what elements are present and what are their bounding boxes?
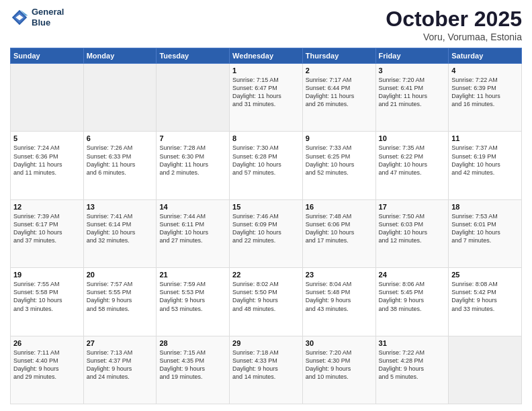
day-info: Sunrise: 7:30 AM Sunset: 6:28 PM Dayligh… xyxy=(232,144,300,177)
day-info: Sunrise: 7:44 AM Sunset: 6:11 PM Dayligh… xyxy=(159,212,226,245)
cell-w5-d5: 30Sunrise: 7:20 AM Sunset: 4:30 PM Dayli… xyxy=(302,336,375,404)
day-number: 5 xyxy=(13,134,81,142)
day-info: Sunrise: 7:55 AM Sunset: 5:58 PM Dayligh… xyxy=(13,280,81,313)
day-number: 23 xyxy=(306,271,373,279)
day-number: 6 xyxy=(87,134,154,142)
cell-w4-d3: 21Sunrise: 7:59 AM Sunset: 5:53 PM Dayli… xyxy=(157,268,230,336)
day-number: 24 xyxy=(379,271,446,279)
day-number: 3 xyxy=(379,66,446,75)
day-info: Sunrise: 7:20 AM Sunset: 4:30 PM Dayligh… xyxy=(306,349,373,381)
day-number: 1 xyxy=(232,66,300,75)
day-info: Sunrise: 7:53 AM Sunset: 6:01 PM Dayligh… xyxy=(451,212,519,245)
day-number: 20 xyxy=(87,271,154,279)
day-number: 19 xyxy=(13,271,81,279)
cell-w4-d2: 20Sunrise: 7:57 AM Sunset: 5:55 PM Dayli… xyxy=(83,268,157,336)
day-info: Sunrise: 7:17 AM Sunset: 6:44 PM Dayligh… xyxy=(306,76,373,109)
cell-w4-d5: 23Sunrise: 8:04 AM Sunset: 5:48 PM Dayli… xyxy=(302,268,375,336)
day-number: 11 xyxy=(451,134,519,142)
header-monday: Monday xyxy=(83,48,157,64)
day-number: 21 xyxy=(159,271,226,279)
day-info: Sunrise: 7:26 AM Sunset: 6:33 PM Dayligh… xyxy=(87,144,154,177)
day-number: 29 xyxy=(232,339,300,347)
day-info: Sunrise: 7:50 AM Sunset: 6:03 PM Dayligh… xyxy=(379,212,446,245)
cell-w5-d6: 31Sunrise: 7:22 AM Sunset: 4:28 PM Dayli… xyxy=(375,336,449,404)
location-subtitle: Voru, Vorumaa, Estonia xyxy=(386,32,522,42)
day-info: Sunrise: 7:18 AM Sunset: 4:33 PM Dayligh… xyxy=(232,349,300,381)
day-info: Sunrise: 7:48 AM Sunset: 6:06 PM Dayligh… xyxy=(306,212,373,245)
cell-w5-d2: 27Sunrise: 7:13 AM Sunset: 4:37 PM Dayli… xyxy=(83,336,157,404)
day-info: Sunrise: 8:08 AM Sunset: 5:42 PM Dayligh… xyxy=(451,280,519,313)
day-info: Sunrise: 7:13 AM Sunset: 4:37 PM Dayligh… xyxy=(87,349,154,381)
logo-text: General Blue xyxy=(32,7,64,28)
week-row-5: 26Sunrise: 7:11 AM Sunset: 4:40 PM Dayli… xyxy=(11,336,522,404)
cell-w3-d7: 18Sunrise: 7:53 AM Sunset: 6:01 PM Dayli… xyxy=(449,199,522,267)
cell-w1-d1 xyxy=(11,64,84,132)
day-number: 2 xyxy=(306,66,373,75)
week-row-2: 5Sunrise: 7:24 AM Sunset: 6:36 PM Daylig… xyxy=(11,132,522,199)
day-number: 16 xyxy=(306,203,373,211)
cell-w2-d6: 10Sunrise: 7:35 AM Sunset: 6:22 PM Dayli… xyxy=(375,132,449,199)
header-tuesday: Tuesday xyxy=(157,48,230,64)
day-info: Sunrise: 8:02 AM Sunset: 5:50 PM Dayligh… xyxy=(232,280,300,313)
header-saturday: Saturday xyxy=(449,48,522,64)
cell-w4-d1: 19Sunrise: 7:55 AM Sunset: 5:58 PM Dayli… xyxy=(11,268,84,336)
title-section: October 2025 Voru, Vorumaa, Estonia xyxy=(386,7,522,42)
day-info: Sunrise: 7:11 AM Sunset: 4:40 PM Dayligh… xyxy=(13,349,81,381)
month-title: October 2025 xyxy=(386,7,522,32)
day-number: 27 xyxy=(87,339,154,347)
day-number: 25 xyxy=(451,271,519,279)
cell-w4-d4: 22Sunrise: 8:02 AM Sunset: 5:50 PM Dayli… xyxy=(230,268,303,336)
day-info: Sunrise: 7:15 AM Sunset: 4:35 PM Dayligh… xyxy=(159,349,226,381)
cell-w5-d7 xyxy=(449,336,522,404)
cell-w3-d3: 14Sunrise: 7:44 AM Sunset: 6:11 PM Dayli… xyxy=(157,199,230,267)
cell-w4-d6: 24Sunrise: 8:06 AM Sunset: 5:45 PM Dayli… xyxy=(375,268,449,336)
cell-w4-d7: 25Sunrise: 8:08 AM Sunset: 5:42 PM Dayli… xyxy=(449,268,522,336)
day-number: 4 xyxy=(451,66,519,75)
day-info: Sunrise: 7:46 AM Sunset: 6:09 PM Dayligh… xyxy=(232,212,300,245)
day-info: Sunrise: 7:41 AM Sunset: 6:14 PM Dayligh… xyxy=(87,212,154,245)
cell-w2-d5: 9Sunrise: 7:33 AM Sunset: 6:25 PM Daylig… xyxy=(302,132,375,199)
day-info: Sunrise: 7:39 AM Sunset: 6:17 PM Dayligh… xyxy=(13,212,81,245)
day-number: 28 xyxy=(159,339,226,347)
cell-w1-d4: 1Sunrise: 7:15 AM Sunset: 6:47 PM Daylig… xyxy=(230,64,303,132)
logo-icon xyxy=(10,8,29,27)
day-number: 15 xyxy=(232,203,300,211)
day-number: 22 xyxy=(232,271,300,279)
day-number: 7 xyxy=(159,134,226,142)
day-info: Sunrise: 8:06 AM Sunset: 5:45 PM Dayligh… xyxy=(379,280,446,313)
cell-w2-d1: 5Sunrise: 7:24 AM Sunset: 6:36 PM Daylig… xyxy=(11,132,84,199)
header-friday: Friday xyxy=(375,48,449,64)
cell-w5-d3: 28Sunrise: 7:15 AM Sunset: 4:35 PM Dayli… xyxy=(157,336,230,404)
header-sunday: Sunday xyxy=(11,48,84,64)
day-number: 10 xyxy=(379,134,446,142)
weekday-header-row: Sunday Monday Tuesday Wednesday Thursday… xyxy=(11,48,522,64)
header: General Blue October 2025 Voru, Vorumaa,… xyxy=(10,7,522,42)
logo: General Blue xyxy=(10,7,64,28)
cell-w3-d4: 15Sunrise: 7:46 AM Sunset: 6:09 PM Dayli… xyxy=(230,199,303,267)
day-number: 12 xyxy=(13,203,81,211)
day-info: Sunrise: 7:33 AM Sunset: 6:25 PM Dayligh… xyxy=(306,144,373,177)
cell-w5-d4: 29Sunrise: 7:18 AM Sunset: 4:33 PM Dayli… xyxy=(230,336,303,404)
cell-w2-d2: 6Sunrise: 7:26 AM Sunset: 6:33 PM Daylig… xyxy=(83,132,157,199)
day-number: 26 xyxy=(13,339,81,347)
cell-w3-d2: 13Sunrise: 7:41 AM Sunset: 6:14 PM Dayli… xyxy=(83,199,157,267)
day-info: Sunrise: 8:04 AM Sunset: 5:48 PM Dayligh… xyxy=(306,280,373,313)
day-info: Sunrise: 7:24 AM Sunset: 6:36 PM Dayligh… xyxy=(13,144,81,177)
day-number: 8 xyxy=(232,134,300,142)
day-info: Sunrise: 7:37 AM Sunset: 6:19 PM Dayligh… xyxy=(451,144,519,177)
day-number: 14 xyxy=(159,203,226,211)
day-number: 13 xyxy=(87,203,154,211)
cell-w3-d6: 17Sunrise: 7:50 AM Sunset: 6:03 PM Dayli… xyxy=(375,199,449,267)
week-row-4: 19Sunrise: 7:55 AM Sunset: 5:58 PM Dayli… xyxy=(11,268,522,336)
cell-w5-d1: 26Sunrise: 7:11 AM Sunset: 4:40 PM Dayli… xyxy=(11,336,84,404)
header-wednesday: Wednesday xyxy=(230,48,303,64)
cell-w2-d3: 7Sunrise: 7:28 AM Sunset: 6:30 PM Daylig… xyxy=(157,132,230,199)
day-number: 31 xyxy=(379,339,446,347)
day-number: 30 xyxy=(306,339,373,347)
week-row-1: 1Sunrise: 7:15 AM Sunset: 6:47 PM Daylig… xyxy=(11,64,522,132)
day-info: Sunrise: 7:22 AM Sunset: 6:39 PM Dayligh… xyxy=(451,76,519,109)
day-info: Sunrise: 7:57 AM Sunset: 5:55 PM Dayligh… xyxy=(87,280,154,313)
cell-w2-d4: 8Sunrise: 7:30 AM Sunset: 6:28 PM Daylig… xyxy=(230,132,303,199)
day-number: 18 xyxy=(451,203,519,211)
day-number: 9 xyxy=(306,134,373,142)
